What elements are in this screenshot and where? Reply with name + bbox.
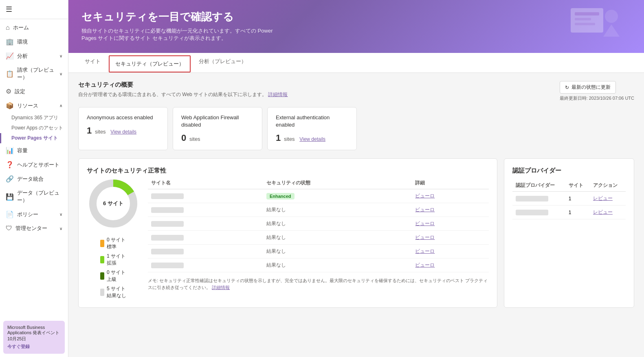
auth-row: ██████1レビュー bbox=[512, 206, 626, 219]
status-none: 結果なし bbox=[266, 207, 286, 212]
two-col-layout: サイトのセキュリティ正常性 bbox=[78, 158, 634, 308]
sidebar-label-policy: ポリシー bbox=[17, 211, 38, 218]
refresh-button[interactable]: ↻ 最新の状態に更新 bbox=[560, 81, 616, 94]
card-external-auth-link[interactable]: View details bbox=[299, 136, 325, 142]
legend-none: 5 サイト結果なし bbox=[100, 285, 126, 299]
view-link[interactable]: ビューロ bbox=[415, 207, 435, 212]
sidebar-label-analytics: 分析 bbox=[17, 53, 28, 60]
home-icon: ⌂ bbox=[6, 24, 10, 31]
cell-detail: ビューロ bbox=[412, 203, 489, 217]
hero-decoration bbox=[546, 4, 628, 49]
blurred-name: ██████ bbox=[151, 235, 184, 241]
note-link[interactable]: 詳細情報 bbox=[212, 285, 230, 290]
refresh-icon: ↻ bbox=[565, 85, 569, 90]
section-desc-text: 自分が管理者である環境に含まれる、すべての Web サイトの結果を以下に示します… bbox=[78, 92, 267, 97]
billing-icon: 📋 bbox=[6, 70, 14, 78]
view-link[interactable]: ビューロ bbox=[415, 221, 435, 226]
section-desc: 自分が管理者である環境に含まれる、すべての Web サイトの結果を以下に示します… bbox=[78, 91, 288, 98]
promo-link[interactable]: 今すぐ登録 bbox=[7, 344, 61, 350]
help-icon: ❓ bbox=[6, 161, 14, 169]
detail-link[interactable]: 詳細情報 bbox=[268, 92, 288, 97]
sidebar-item-billing[interactable]: 📋 請求（プレビュー） ∨ bbox=[0, 63, 68, 84]
sidebar-item-capacity[interactable]: 📊 容量 bbox=[0, 143, 68, 158]
sidebar-header: ☰ bbox=[0, 0, 68, 19]
sidebar-item-help[interactable]: ❓ ヘルプとサポート bbox=[0, 158, 68, 172]
view-link[interactable]: ビューロ bbox=[415, 262, 435, 268]
auth-table-header-row: 認証プロバイダー サイト アクション bbox=[512, 180, 626, 192]
cell-site-name: ██████ bbox=[148, 203, 263, 217]
donut-chart: 6 サイト bbox=[87, 177, 140, 230]
capacity-icon: 📊 bbox=[6, 147, 14, 154]
sidebar-item-data-integration[interactable]: 🔗 データ統合 bbox=[0, 172, 68, 186]
donut-area: 6 サイト 0 サイト標準 1 サイト拡張 bbox=[87, 177, 140, 299]
tab-analysis[interactable]: 分析（プレビュー） bbox=[192, 53, 253, 72]
status-none: 結果なし bbox=[266, 221, 286, 226]
view-link[interactable]: ビューロ bbox=[415, 248, 435, 254]
sidebar-label-environment: 環境 bbox=[17, 38, 28, 46]
card-anonymous-title: Anonymous access enabled bbox=[87, 114, 159, 121]
hamburger-icon[interactable]: ☰ bbox=[6, 5, 12, 13]
table-row: ██████Enhancedビューロ bbox=[148, 189, 489, 203]
health-table-head: サイト名 セキュリティの状態 詳細 bbox=[148, 177, 489, 189]
cell-status: 結果なし bbox=[263, 203, 412, 217]
blurred-name: ██████ bbox=[151, 207, 184, 213]
section-title: セキュリティの概要 bbox=[78, 81, 288, 89]
section-right: ↻ 最新の状態に更新 最終更新日時: 2023/10/26 07:06 UTC bbox=[560, 81, 634, 101]
promo-text: Microsoft Business Applications 発表イベント 1… bbox=[7, 325, 59, 341]
status-none: 結果なし bbox=[266, 234, 286, 240]
card-external-auth-bottom: 1 sites View details bbox=[276, 133, 348, 143]
sidebar-item-home[interactable]: ⌂ ホーム bbox=[0, 21, 68, 35]
cell-detail: ビューロ bbox=[412, 189, 489, 203]
auth-row: ██████1レビュー bbox=[512, 192, 626, 206]
hero-banner: セキュリティを一目で確認する 独自サイトのセキュリティに必要な機能が一元化されて… bbox=[68, 0, 644, 53]
cell-detail: ビューロ bbox=[412, 258, 489, 272]
chevron-policy: ∨ bbox=[59, 212, 62, 217]
auth-action-link[interactable]: レビュー bbox=[593, 195, 613, 201]
auth-cell-action: レビュー bbox=[590, 206, 626, 219]
legend-label-none: 5 サイト結果なし bbox=[107, 285, 126, 299]
analytics-icon: 📈 bbox=[6, 52, 14, 60]
card-anonymous-bottom: 1 sites View details bbox=[87, 125, 159, 136]
tab-security[interactable]: セキュリティ（プレビュー） bbox=[109, 55, 191, 72]
blurred-name: ██████ bbox=[151, 249, 184, 254]
legend-dot-advanced bbox=[100, 272, 104, 280]
card-waf-unit: sites bbox=[189, 136, 200, 142]
sidebar-sub-powerapps[interactable]: Power Apps のアセット bbox=[0, 123, 68, 133]
card-anonymous-unit: sites bbox=[95, 129, 106, 135]
table-scroll[interactable]: サイト名 セキュリティの状態 詳細 ██████Enhancedビューロ████… bbox=[148, 177, 489, 272]
donut-label: 6 サイト bbox=[103, 200, 123, 207]
sidebar-item-analytics[interactable]: 📈 分析 ∨ bbox=[0, 49, 68, 63]
refresh-label: 最新の状態に更新 bbox=[571, 84, 611, 91]
health-table-header-row: サイト名 セキュリティの状態 詳細 bbox=[148, 177, 489, 189]
sidebar-item-data-preview[interactable]: 💾 データ（プレビュー） bbox=[0, 186, 68, 207]
sidebar-sub-powerpages[interactable]: Power Pages サイト bbox=[0, 133, 68, 143]
cell-site-name: ██████ bbox=[148, 231, 263, 245]
auth-action-link[interactable]: レビュー bbox=[593, 209, 613, 215]
health-title: サイトのセキュリティ正常性 bbox=[87, 167, 489, 175]
sidebar-label-capacity: 容量 bbox=[17, 147, 28, 154]
view-link[interactable]: ビューロ bbox=[415, 234, 435, 240]
chevron-billing: ∨ bbox=[59, 72, 62, 76]
table-row: ██████結果なしビューロ bbox=[148, 245, 489, 258]
sidebar-item-admin[interactable]: 🛡 管理センター ∨ bbox=[0, 221, 68, 235]
summary-cards: Anonymous access enabled 1 sites View de… bbox=[78, 107, 634, 150]
card-anonymous-link[interactable]: View details bbox=[110, 129, 136, 135]
card-external-auth-unit: sites bbox=[284, 136, 295, 142]
blurred-name: ██████ bbox=[151, 193, 184, 199]
svg-marker-5 bbox=[603, 24, 620, 37]
main-content: セキュリティを一目で確認する 独自サイトのセキュリティに必要な機能が一元化されて… bbox=[68, 0, 644, 357]
legend-enhanced: 1 サイト拡張 bbox=[100, 253, 126, 267]
sidebar-item-environment[interactable]: 🏢 環境 bbox=[0, 35, 68, 49]
sidebar-sub-dynamics[interactable]: Dynamics 365 アプリ bbox=[0, 113, 68, 123]
table-row: ██████結果なしビューロ bbox=[148, 258, 489, 272]
sidebar-item-resources[interactable]: 📦 リソース ∧ bbox=[0, 99, 68, 113]
sidebar-label-data-preview: データ（プレビュー） bbox=[17, 189, 62, 204]
sidebar-item-settings[interactable]: ⚙ 設定 bbox=[0, 84, 68, 99]
tab-sites[interactable]: サイト bbox=[78, 53, 107, 72]
environment-icon: 🏢 bbox=[6, 38, 14, 46]
auth-blurred-provider: ██████ bbox=[516, 196, 548, 201]
chevron-admin: ∨ bbox=[59, 226, 62, 231]
view-link[interactable]: ビューロ bbox=[415, 193, 435, 199]
col-detail: 詳細 bbox=[412, 177, 489, 189]
sidebar-item-policy[interactable]: 📄 ポリシー ∨ bbox=[0, 207, 68, 221]
